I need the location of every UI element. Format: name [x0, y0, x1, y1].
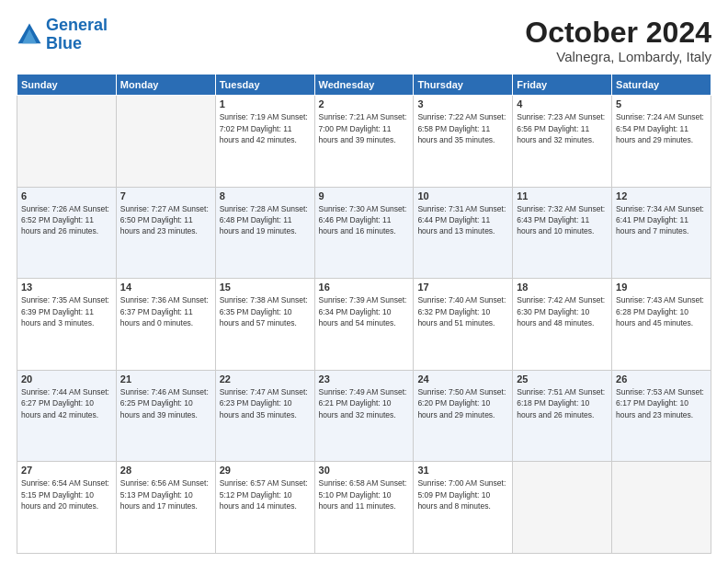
col-wednesday: Wednesday — [314, 75, 414, 96]
col-thursday: Thursday — [414, 75, 513, 96]
day-number: 18 — [517, 282, 608, 293]
week-row-3: 13Sunrise: 7:35 AM Sunset: 6:39 PM Dayli… — [17, 279, 711, 371]
day-number: 15 — [220, 282, 311, 293]
calendar-title: October 2024 — [525, 17, 711, 49]
day-cell: 14Sunrise: 7:36 AM Sunset: 6:37 PM Dayli… — [116, 279, 215, 371]
day-detail: Sunrise: 7:22 AM Sunset: 6:58 PM Dayligh… — [417, 111, 508, 145]
day-detail: Sunrise: 7:27 AM Sunset: 6:50 PM Dayligh… — [120, 203, 211, 237]
header: General Blue October 2024 Valnegra, Lomb… — [17, 17, 711, 64]
day-cell: 16Sunrise: 7:39 AM Sunset: 6:34 PM Dayli… — [314, 279, 414, 371]
day-detail: Sunrise: 7:32 AM Sunset: 6:43 PM Dayligh… — [517, 203, 608, 237]
day-detail: Sunrise: 7:30 AM Sunset: 6:46 PM Dayligh… — [319, 203, 410, 237]
day-number: 4 — [517, 98, 608, 109]
day-detail: Sunrise: 7:51 AM Sunset: 6:18 PM Dayligh… — [517, 386, 608, 420]
day-number: 30 — [319, 465, 410, 476]
day-number: 16 — [319, 282, 410, 293]
day-detail: Sunrise: 7:42 AM Sunset: 6:30 PM Dayligh… — [517, 294, 608, 328]
day-cell: 12Sunrise: 7:34 AM Sunset: 6:41 PM Dayli… — [612, 187, 711, 279]
day-number: 26 — [616, 373, 707, 385]
day-detail: Sunrise: 7:31 AM Sunset: 6:44 PM Dayligh… — [417, 203, 508, 237]
day-detail: Sunrise: 6:58 AM Sunset: 5:10 PM Dayligh… — [319, 477, 410, 511]
day-detail: Sunrise: 7:19 AM Sunset: 7:02 PM Dayligh… — [220, 111, 311, 145]
day-cell: 2Sunrise: 7:21 AM Sunset: 7:00 PM Daylig… — [314, 96, 414, 188]
day-cell: 10Sunrise: 7:31 AM Sunset: 6:44 PM Dayli… — [414, 187, 513, 279]
day-detail: Sunrise: 7:23 AM Sunset: 6:56 PM Dayligh… — [517, 111, 608, 145]
day-number: 31 — [417, 465, 508, 476]
day-cell: 1Sunrise: 7:19 AM Sunset: 7:02 PM Daylig… — [215, 96, 314, 188]
logo-line2: Blue — [46, 34, 82, 52]
day-cell: 23Sunrise: 7:49 AM Sunset: 6:21 PM Dayli… — [314, 370, 414, 462]
week-row-2: 6Sunrise: 7:26 AM Sunset: 6:52 PM Daylig… — [17, 187, 711, 279]
day-cell — [513, 462, 612, 554]
header-row: Sunday Monday Tuesday Wednesday Thursday… — [17, 75, 711, 96]
day-number: 20 — [21, 373, 112, 385]
day-cell — [17, 96, 117, 188]
day-number: 21 — [120, 373, 211, 385]
day-number: 1 — [220, 98, 311, 109]
day-number: 28 — [120, 465, 211, 476]
day-cell: 29Sunrise: 6:57 AM Sunset: 5:12 PM Dayli… — [215, 462, 314, 554]
day-cell: 17Sunrise: 7:40 AM Sunset: 6:32 PM Dayli… — [414, 279, 513, 371]
day-detail: Sunrise: 7:39 AM Sunset: 6:34 PM Dayligh… — [319, 294, 410, 328]
day-number: 7 — [120, 190, 211, 201]
day-number: 10 — [417, 190, 508, 201]
day-number: 3 — [417, 98, 508, 109]
day-cell: 25Sunrise: 7:51 AM Sunset: 6:18 PM Dayli… — [513, 370, 612, 462]
day-detail: Sunrise: 6:57 AM Sunset: 5:12 PM Dayligh… — [220, 477, 311, 511]
day-detail: Sunrise: 7:24 AM Sunset: 6:54 PM Dayligh… — [616, 111, 707, 145]
day-cell: 31Sunrise: 7:00 AM Sunset: 5:09 PM Dayli… — [414, 462, 513, 554]
day-detail: Sunrise: 7:21 AM Sunset: 7:00 PM Dayligh… — [319, 111, 410, 145]
day-number: 14 — [120, 282, 211, 293]
day-detail: Sunrise: 7:00 AM Sunset: 5:09 PM Dayligh… — [417, 477, 508, 511]
day-detail: Sunrise: 7:38 AM Sunset: 6:35 PM Dayligh… — [220, 294, 311, 328]
day-detail: Sunrise: 7:44 AM Sunset: 6:27 PM Dayligh… — [21, 386, 112, 420]
day-number: 6 — [21, 190, 112, 201]
day-cell: 5Sunrise: 7:24 AM Sunset: 6:54 PM Daylig… — [612, 96, 711, 188]
logo-text: General Blue — [46, 17, 108, 53]
day-cell: 13Sunrise: 7:35 AM Sunset: 6:39 PM Dayli… — [17, 279, 117, 371]
day-cell — [612, 462, 711, 554]
day-number: 12 — [616, 190, 707, 201]
day-cell: 24Sunrise: 7:50 AM Sunset: 6:20 PM Dayli… — [414, 370, 513, 462]
col-saturday: Saturday — [612, 75, 711, 96]
col-sunday: Sunday — [17, 75, 117, 96]
logo: General Blue — [17, 17, 108, 53]
day-detail: Sunrise: 7:35 AM Sunset: 6:39 PM Dayligh… — [21, 294, 112, 328]
day-cell: 6Sunrise: 7:26 AM Sunset: 6:52 PM Daylig… — [17, 187, 117, 279]
col-monday: Monday — [116, 75, 215, 96]
week-row-5: 27Sunrise: 6:54 AM Sunset: 5:15 PM Dayli… — [17, 462, 711, 554]
day-detail: Sunrise: 7:49 AM Sunset: 6:21 PM Dayligh… — [319, 386, 410, 420]
title-block: October 2024 Valnegra, Lombardy, Italy — [525, 17, 711, 64]
day-detail: Sunrise: 7:50 AM Sunset: 6:20 PM Dayligh… — [417, 386, 508, 420]
day-number: 29 — [220, 465, 311, 476]
day-number: 8 — [220, 190, 311, 201]
day-number: 25 — [517, 373, 608, 385]
day-cell: 30Sunrise: 6:58 AM Sunset: 5:10 PM Dayli… — [314, 462, 414, 554]
day-detail: Sunrise: 7:34 AM Sunset: 6:41 PM Dayligh… — [616, 203, 707, 237]
logo-icon — [17, 22, 42, 48]
page: General Blue October 2024 Valnegra, Lomb… — [0, 0, 728, 563]
day-number: 11 — [517, 190, 608, 201]
week-row-4: 20Sunrise: 7:44 AM Sunset: 6:27 PM Dayli… — [17, 370, 711, 462]
day-cell: 7Sunrise: 7:27 AM Sunset: 6:50 PM Daylig… — [116, 187, 215, 279]
day-detail: Sunrise: 7:26 AM Sunset: 6:52 PM Dayligh… — [21, 203, 112, 237]
calendar-subtitle: Valnegra, Lombardy, Italy — [525, 49, 711, 64]
day-cell: 19Sunrise: 7:43 AM Sunset: 6:28 PM Dayli… — [612, 279, 711, 371]
day-cell: 26Sunrise: 7:53 AM Sunset: 6:17 PM Dayli… — [612, 370, 711, 462]
day-cell: 27Sunrise: 6:54 AM Sunset: 5:15 PM Dayli… — [17, 462, 117, 554]
day-number: 5 — [616, 98, 707, 109]
day-number: 27 — [21, 465, 112, 476]
day-cell: 8Sunrise: 7:28 AM Sunset: 6:48 PM Daylig… — [215, 187, 314, 279]
day-detail: Sunrise: 7:43 AM Sunset: 6:28 PM Dayligh… — [616, 294, 707, 328]
calendar-table: Sunday Monday Tuesday Wednesday Thursday… — [17, 74, 711, 554]
day-cell — [116, 96, 215, 188]
day-cell: 18Sunrise: 7:42 AM Sunset: 6:30 PM Dayli… — [513, 279, 612, 371]
day-cell: 3Sunrise: 7:22 AM Sunset: 6:58 PM Daylig… — [414, 96, 513, 188]
day-number: 17 — [417, 282, 508, 293]
day-cell: 4Sunrise: 7:23 AM Sunset: 6:56 PM Daylig… — [513, 96, 612, 188]
day-detail: Sunrise: 7:40 AM Sunset: 6:32 PM Dayligh… — [417, 294, 508, 328]
day-detail: Sunrise: 7:28 AM Sunset: 6:48 PM Dayligh… — [220, 203, 311, 237]
col-tuesday: Tuesday — [215, 75, 314, 96]
day-cell: 21Sunrise: 7:46 AM Sunset: 6:25 PM Dayli… — [116, 370, 215, 462]
day-number: 19 — [616, 282, 707, 293]
